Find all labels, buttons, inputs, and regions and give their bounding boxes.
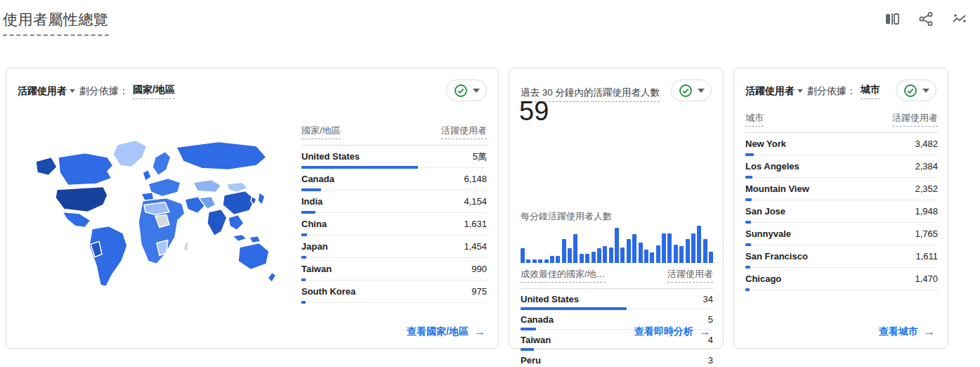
row-name: Canada (521, 314, 554, 325)
row-value: 975 (471, 286, 487, 297)
per-minute-bar-chart[interactable] (521, 226, 713, 263)
row-value: 34 (703, 294, 713, 304)
table-row: Sunnyvale1,765 (745, 223, 938, 245)
map-mexico (63, 212, 91, 228)
map-kazakhstan (193, 180, 221, 193)
row-value: 5萬 (473, 150, 487, 163)
minute-bar (620, 247, 625, 263)
table-row: United States34 (521, 289, 713, 309)
row-name: Taiwan (521, 335, 551, 345)
column-header-metric: 活躍使用者 (892, 112, 938, 127)
column-header-dimension: 成效最佳的國家/地… (521, 268, 606, 283)
insights-icon[interactable] (950, 10, 969, 28)
row-name: Los Angeles (745, 161, 799, 172)
card-active-users-by-city: 活躍使用者 劃分依據： 城市 城市 活躍使用者 New York3,482Los… (733, 67, 948, 349)
row-value: 6,148 (464, 174, 487, 184)
map-indonesia-2 (249, 236, 261, 243)
map-china (223, 191, 255, 215)
map-new-zealand (268, 273, 276, 283)
row-name: Canada (301, 174, 334, 184)
metric-selector[interactable]: 活躍使用者 (745, 85, 795, 98)
check-circle-icon (679, 84, 693, 98)
column-header-dimension: 城市 (745, 112, 764, 127)
row-name: Peru (521, 355, 541, 366)
link-label: 查看即時分析 (634, 326, 693, 338)
view-countries-link[interactable]: 查看國家/地區 → (407, 326, 485, 338)
minute-bar (580, 254, 584, 263)
map-canada (58, 153, 113, 186)
table-header: 國家/地區 活躍使用者 (301, 124, 487, 146)
card-active-users-by-country: 活躍使用者 劃分依據： 國家/地區 (6, 67, 499, 349)
view-realtime-link[interactable]: 查看即時分析 → (634, 326, 710, 338)
chevron-down-icon (698, 89, 705, 93)
table-header: 成效最佳的國家/地… 活躍使用者 (521, 268, 713, 289)
view-cities-link[interactable]: 查看城市 → (879, 326, 935, 338)
realtime-country-table: 成效最佳的國家/地… 活躍使用者 United States34Canada5T… (521, 268, 713, 367)
row-name: United States (301, 151, 360, 162)
dimension-selector[interactable]: 城市 (861, 84, 880, 99)
row-name: San Jose (745, 206, 785, 217)
row-name: Taiwan (301, 264, 332, 274)
card-status-dropdown[interactable] (446, 79, 487, 101)
table-row: United States5萬 (301, 146, 487, 168)
minute-bar (697, 226, 701, 263)
row-value: 1,611 (915, 251, 938, 262)
minute-bar (709, 252, 713, 263)
row-name: San Francisco (745, 251, 808, 262)
minute-bar (573, 234, 577, 263)
minute-bar (603, 246, 607, 263)
map-alaska (36, 157, 57, 176)
map-japan (258, 193, 265, 205)
check-circle-icon (903, 84, 917, 98)
minute-bar (585, 254, 589, 263)
chevron-down-icon (473, 89, 480, 93)
metric-selector[interactable]: 活躍使用者 (18, 85, 67, 98)
row-value: 5 (708, 314, 713, 325)
row-value: 1,765 (915, 228, 938, 239)
world-map-choropleth[interactable] (18, 124, 292, 300)
minute-bar (679, 246, 684, 263)
minute-bar (703, 239, 707, 263)
per-minute-chart-label: 每分鐘活躍使用者人數 (521, 210, 612, 223)
minute-bar (674, 245, 678, 264)
minute-bar (544, 259, 549, 263)
map-usa (55, 187, 107, 212)
minute-bar (644, 250, 648, 263)
minute-bar (609, 247, 613, 263)
table-body: New York3,482Los Angeles2,384Mountain Vi… (745, 133, 938, 290)
minute-bar (639, 243, 643, 263)
row-value: 990 (471, 264, 487, 274)
table-row: China1,631 (301, 213, 487, 236)
compare-icon[interactable] (883, 10, 901, 28)
card-status-dropdown[interactable] (896, 79, 936, 101)
dimension-selector[interactable]: 國家/地區 (133, 84, 175, 99)
map-se-asia (228, 215, 244, 231)
chevron-down-icon (70, 89, 75, 93)
minute-bar (526, 259, 530, 263)
minute-bar (597, 248, 601, 263)
arrow-right-icon: → (924, 326, 935, 338)
realtime-user-count: 59 (519, 96, 549, 127)
share-icon[interactable] (917, 10, 935, 28)
row-bar (301, 301, 306, 304)
table-row: New York3,482 (745, 133, 938, 155)
minute-bar (656, 245, 660, 263)
chevron-down-icon (922, 89, 929, 93)
map-greenland (113, 141, 147, 167)
map-russia (176, 142, 266, 170)
minute-bar (667, 233, 672, 263)
table-row: Taiwan990 (301, 258, 487, 281)
row-name: New York (745, 139, 786, 149)
minute-bar (562, 239, 566, 263)
table-row: San Jose1,948 (745, 200, 938, 223)
table-row: India4,154 (301, 191, 487, 213)
row-name: China (301, 219, 327, 229)
minute-bar (627, 239, 631, 263)
card-status-dropdown[interactable] (671, 79, 712, 101)
minute-bar (592, 252, 596, 263)
row-value: 2,352 (915, 184, 938, 194)
row-value: 1,454 (464, 241, 487, 252)
report-toolbar (883, 10, 969, 28)
table-row: South Korea975 (301, 281, 487, 303)
page-header: 使用者屬性總覽 (0, 0, 980, 49)
